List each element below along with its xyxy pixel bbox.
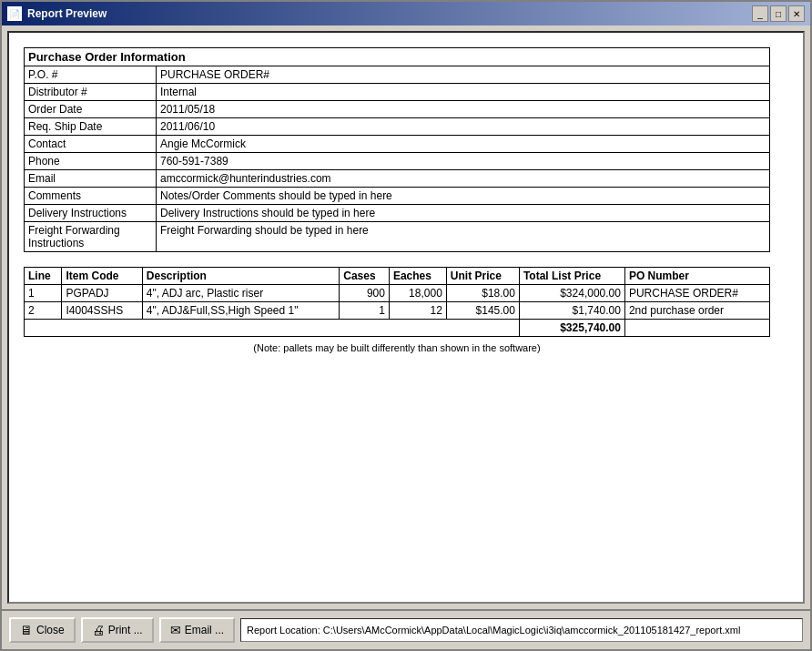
po-value-3: 2011/06/10 (157, 118, 770, 136)
item-line-1: 2 (25, 302, 62, 320)
item-unitprice-0: $18.00 (446, 285, 519, 302)
col-header-cases: Cases (340, 268, 390, 285)
po-section-header: Purchase Order Information (25, 48, 770, 66)
window-icon: 📄 (7, 6, 22, 21)
po-label-5: Phone (25, 153, 157, 170)
table-row: Email amccormick@hunterindustries.com (25, 170, 770, 188)
po-value-7: Notes/Order Comments should be typed in … (157, 188, 770, 205)
po-label-7: Comments (25, 188, 157, 205)
po-value-9: Freight Forwarding should be typed in he… (157, 222, 770, 252)
item-code-1: I4004SSHS (62, 302, 142, 320)
table-row: Freight Forwarding Instructions Freight … (25, 222, 770, 252)
table-row: Comments Notes/Order Comments should be … (25, 188, 770, 205)
table-row: Phone 760-591-7389 (25, 153, 770, 170)
po-label-4: Contact (25, 136, 157, 153)
col-header-ponumber: PO Number (624, 268, 769, 285)
col-header-line: Line (25, 268, 62, 285)
col-header-unitprice: Unit Price (446, 268, 519, 285)
item-totalprice-0: $324,000.00 (519, 285, 624, 302)
email-icon: ✉ (170, 623, 181, 637)
item-eaches-0: 18,000 (389, 285, 446, 302)
col-header-itemcode: Item Code (62, 268, 142, 285)
item-ponumber-1: 2nd purchase order (624, 302, 769, 320)
close-button[interactable]: 🖥 Close (9, 617, 76, 643)
print-icon: 🖨 (92, 623, 105, 637)
item-totalprice-1: $1,740.00 (519, 302, 624, 320)
title-bar-buttons: _ □ ✕ (752, 5, 805, 22)
item-eaches-1: 12 (389, 302, 446, 320)
close-title-button[interactable]: ✕ (788, 5, 805, 22)
items-note: (Note: pallets may be built differently … (24, 342, 770, 353)
col-header-totallistprice: Total List Price (519, 268, 624, 285)
main-window: 📄 Report Preview _ □ ✕ Purchase Order In… (0, 0, 812, 651)
po-label-0: P.O. # (25, 66, 157, 84)
item-ponumber-0: PURCHASE ORDER# (624, 285, 769, 302)
po-info-table: Purchase Order Information P.O. # PURCHA… (24, 47, 770, 252)
po-label-6: Email (25, 170, 157, 188)
total-po-empty (624, 320, 769, 337)
report-inner: Purchase Order Information P.O. # PURCHA… (24, 47, 770, 353)
table-row: 2 I4004SSHS 4", ADJ&Full,SS,High Speed 1… (25, 302, 770, 320)
close-button-label: Close (36, 624, 65, 636)
total-row: $325,740.00 (25, 320, 770, 337)
table-row: Contact Angie McCormick (25, 136, 770, 153)
table-row: Req. Ship Date 2011/06/10 (25, 118, 770, 136)
col-header-description: Description (142, 268, 339, 285)
status-text: Report Location: C:\Users\AMcCormick\App… (247, 625, 740, 636)
window-title: Report Preview (27, 7, 107, 20)
email-button[interactable]: ✉ Email ... (159, 617, 235, 643)
print-button[interactable]: 🖨 Print ... (81, 617, 154, 643)
status-bar: Report Location: C:\Users\AMcCormick\App… (240, 618, 803, 642)
content-area: Purchase Order Information P.O. # PURCHA… (2, 25, 810, 609)
po-label-8: Delivery Instructions (25, 205, 157, 222)
po-label-3: Req. Ship Date (25, 118, 157, 136)
minimize-button[interactable]: _ (752, 5, 768, 22)
total-label (25, 320, 520, 337)
po-label-1: Distributor # (25, 84, 157, 101)
report-container: Purchase Order Information P.O. # PURCHA… (7, 31, 805, 604)
grand-total: $325,740.00 (519, 320, 624, 337)
item-code-0: PGPADJ (62, 285, 142, 302)
po-value-2: 2011/05/18 (157, 101, 770, 118)
footer-bar: 🖥 Close 🖨 Print ... ✉ Email ... Report L… (2, 609, 810, 649)
maximize-button[interactable]: □ (770, 5, 787, 22)
po-value-4: Angie McCormick (157, 136, 770, 153)
table-row: Distributor # Internal (25, 84, 770, 101)
email-button-label: Email ... (185, 624, 224, 636)
items-table: Line Item Code Description Cases Eaches … (24, 267, 770, 337)
item-cases-1: 1 (340, 302, 390, 320)
items-header-row: Line Item Code Description Cases Eaches … (25, 268, 770, 285)
item-cases-0: 900 (340, 285, 390, 302)
table-row: 1 PGPADJ 4", ADJ arc, Plastic riser 900 … (25, 285, 770, 302)
po-value-6: amccormick@hunterindustries.com (157, 170, 770, 188)
print-button-label: Print ... (108, 624, 143, 636)
item-desc-0: 4", ADJ arc, Plastic riser (142, 285, 339, 302)
po-value-1: Internal (157, 84, 770, 101)
col-header-eaches: Eaches (389, 268, 446, 285)
close-icon: 🖥 (20, 623, 33, 637)
title-bar: 📄 Report Preview _ □ ✕ (2, 2, 810, 25)
po-value-8: Delivery Instructions should be typed in… (157, 205, 770, 222)
po-value-0: PURCHASE ORDER# (157, 66, 770, 84)
po-label-9: Freight Forwarding Instructions (25, 222, 157, 252)
table-row: P.O. # PURCHASE ORDER# (25, 66, 770, 84)
title-bar-left: 📄 Report Preview (7, 6, 107, 21)
item-unitprice-1: $145.00 (446, 302, 519, 320)
item-line-0: 1 (25, 285, 62, 302)
po-label-2: Order Date (25, 101, 157, 118)
item-desc-1: 4", ADJ&Full,SS,High Speed 1" (142, 302, 339, 320)
table-row: Order Date 2011/05/18 (25, 101, 770, 118)
po-value-5: 760-591-7389 (157, 153, 770, 170)
table-row: Delivery Instructions Delivery Instructi… (25, 205, 770, 222)
